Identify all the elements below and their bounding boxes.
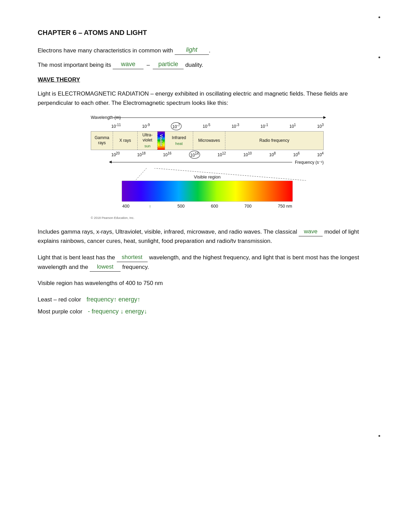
decorative-dot-2	[378, 57, 380, 58]
intro-text-1: Electrons have many characteristics in c…	[38, 47, 173, 54]
intro-line-2: The most important being its wave – part…	[38, 60, 377, 69]
nm-700: 700	[245, 203, 252, 210]
body-paragraph-2: Includes gamma rays, x-rays, Ultraviolet…	[38, 227, 377, 246]
nm-600: 600	[211, 203, 218, 210]
wavelength-ticks: 10-11 10-9 10-7 10-5 10-3 10-1 101 103	[91, 122, 324, 130]
wl-tick-5: 10-3	[232, 122, 239, 130]
decorative-dot-1	[378, 16, 380, 18]
intro-blank-wave: wave	[113, 60, 144, 69]
freq-tick-7: 108	[269, 151, 276, 159]
nm-750: 750 nm	[278, 203, 292, 210]
body-text-2a: Includes gamma rays, x-rays, Ultraviolet…	[38, 228, 297, 235]
intro-blank-1: light	[175, 45, 209, 55]
wl-tick-8: 103	[317, 122, 324, 130]
infrared-section: Infrared heat	[165, 132, 193, 150]
uv-section: Ultra-violet sun	[138, 132, 158, 150]
svg-line-0	[135, 168, 147, 181]
freq-tick-3: 1016	[163, 151, 171, 159]
nm-labels: 400 ↑ 500 600 700 750 nm	[122, 203, 293, 210]
svg-line-1	[154, 168, 307, 181]
frequency-arrow	[111, 162, 292, 163]
freq-tick-5: 1012	[217, 151, 226, 159]
intro-line-1: Electrons have many characteristics in c…	[38, 45, 377, 55]
most-label: Most purple color	[38, 307, 82, 316]
wl-tick-3: 10-7	[171, 122, 181, 130]
shortest-blank: shortest	[117, 252, 148, 262]
note-least: Least – red color frequency↑ energy↑	[38, 295, 377, 304]
body-paragraph-3: Light that is bent least has the shortes…	[38, 252, 377, 272]
rainbow-bar	[122, 181, 293, 202]
wl-tick-1: 10-11	[111, 122, 121, 130]
note-most: Most purple color - frequency ↓ energy↓	[38, 307, 377, 316]
visible-section: Visible	[158, 132, 165, 150]
body-text-3c: frequency.	[122, 264, 149, 270]
xray-section: X rays	[113, 132, 138, 150]
freq-tick-2: 1018	[137, 151, 146, 159]
chapter-title: CHAPTER 6 – ATOMS AND LIGHT	[38, 27, 377, 38]
least-annotation: frequency↑ energy↑	[87, 295, 140, 304]
body-text-3a: Light that is bent least has the	[38, 254, 115, 261]
visible-region-label: Visible region	[194, 174, 221, 181]
nm-arrow: ↑	[149, 203, 151, 210]
notes-section: Least – red color frequency↑ energy↑ Mos…	[38, 295, 377, 316]
nm-500: 500	[177, 203, 185, 210]
microwave-section: Microwaves	[193, 132, 225, 150]
intro-duality-text: duality.	[185, 62, 203, 68]
frequency-ticks: 1020 1018 1016 1014 1012 1010 108 106 10…	[91, 151, 324, 159]
radio-section: Radio frequency	[225, 132, 323, 150]
wave-theory-paragraph: Light is ELECTROMAGNETIC RADIATION – ene…	[38, 89, 377, 108]
wavelength-row: Wavelength (m)	[91, 114, 324, 121]
most-annotation: - frequency ↓ energy↓	[88, 307, 147, 316]
em-spectrum-diagram: Wavelength (m) 10-11 10-9 10-7 10-5 10-3…	[91, 114, 324, 221]
gamma-section: Gammarays	[91, 132, 113, 150]
intro-blank-particle: particle	[153, 60, 184, 69]
lowest-blank: lowest	[90, 262, 121, 272]
visible-region-expansion: Visible region	[91, 168, 324, 181]
wl-tick-7: 101	[289, 122, 296, 130]
nm-400: 400	[122, 203, 129, 210]
spectrum-bar: Gammarays X rays Ultra-violet sun Visibl…	[91, 131, 324, 150]
wavelength-arrow	[113, 117, 324, 118]
freq-tick-8: 106	[293, 151, 300, 159]
frequency-label: Frequency (s⁻¹)	[295, 159, 324, 165]
decorative-dot-3	[378, 435, 380, 437]
copyright: © 2018 Pearson Education, Inc.	[91, 216, 324, 221]
least-label: Least – red color	[38, 295, 81, 304]
wave-theory-heading: WAVE THEORY	[38, 75, 80, 84]
freq-tick-9: 104	[317, 151, 324, 159]
freq-tick-4: 1014	[189, 151, 200, 159]
wl-tick-4: 10-5	[203, 122, 210, 130]
wl-tick-2: 10-9	[142, 122, 150, 130]
body-paragraph-4: Visible region has wavelengths of 400 to…	[38, 279, 377, 288]
freq-tick-1: 1020	[111, 151, 120, 159]
wavelength-label: Wavelength (m)	[91, 114, 111, 121]
intro-text-2: The most important being its	[38, 62, 113, 68]
wl-tick-6: 10-1	[261, 122, 268, 130]
wave-model-blank: wave	[299, 227, 323, 236]
frequency-arrow-row: Frequency (s⁻¹)	[91, 159, 324, 165]
freq-tick-6: 1010	[244, 151, 252, 159]
